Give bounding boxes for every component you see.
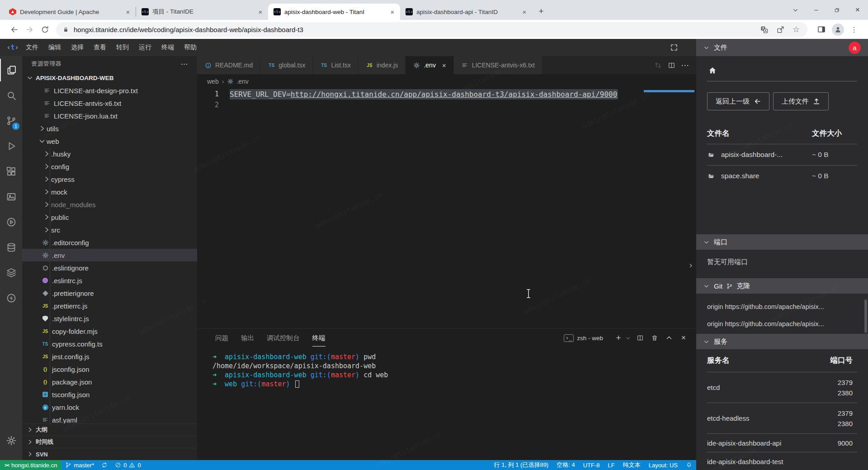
service-row-etcd-headless[interactable]: etcd-headless23792380 xyxy=(707,403,857,433)
tree-file-jest.config.js[interactable]: JSjest.config.js xyxy=(22,350,197,363)
menu-选择[interactable]: 选择 xyxy=(66,39,89,56)
split-editor-icon[interactable] xyxy=(665,59,677,71)
activity-source-control[interactable]: 1 xyxy=(0,109,22,132)
restore-button[interactable] xyxy=(826,0,847,20)
tree-file-copy-folder.mjs[interactable]: JScopy-folder.mjs xyxy=(22,325,197,337)
editor-tab-index.js[interactable]: JSindex.js xyxy=(359,56,406,74)
tree-folder-node_modules[interactable]: node_modules xyxy=(22,198,197,211)
tree-file-package.json[interactable]: {}package.json xyxy=(22,375,197,388)
close-tab-icon[interactable]: × xyxy=(124,8,132,16)
reload-icon[interactable] xyxy=(37,22,52,37)
tree-folder-cypress[interactable]: cypress xyxy=(22,173,197,185)
terminal-output[interactable]: ➜ apisix-dashboard-web git:(master) pwd/… xyxy=(197,347,696,389)
activity-layers[interactable] xyxy=(0,261,22,284)
indentation[interactable]: 空格: 4 xyxy=(552,460,579,470)
section-大纲[interactable]: 大纲 xyxy=(22,423,197,436)
close-tab-icon[interactable]: × xyxy=(520,8,528,16)
file-row-space.share[interactable]: space.share~ 0 B xyxy=(707,165,857,186)
menu-终端[interactable]: 终端 xyxy=(156,39,179,56)
tree-folder-utils[interactable]: utils xyxy=(22,122,197,135)
close-tab-icon[interactable]: × xyxy=(442,62,446,69)
menu-运行[interactable]: 运行 xyxy=(134,39,156,56)
tree-folder-config[interactable]: config xyxy=(22,160,197,173)
keyboard-layout[interactable]: Layout: US xyxy=(645,460,682,470)
code-line[interactable]: 2 xyxy=(197,100,696,110)
menu-编辑[interactable]: 编辑 xyxy=(43,39,66,56)
fullscreen-icon[interactable] xyxy=(670,43,678,52)
tree-folder-src[interactable]: src xyxy=(22,223,197,236)
editor-tab-List.tsx[interactable]: TSList.tsx xyxy=(313,56,359,74)
minimize-button[interactable] xyxy=(806,0,826,20)
tree-folder-public[interactable]: public xyxy=(22,211,197,223)
problems-indicator[interactable]: 0 0 xyxy=(111,460,144,470)
profile-avatar[interactable] xyxy=(830,22,845,37)
tree-file-.editorconfig[interactable]: .editorconfig xyxy=(22,236,197,249)
close-tab-icon[interactable]: × xyxy=(256,8,264,16)
browser-tab[interactable]: Development Guide | Apache× xyxy=(4,4,136,20)
tree-file-.env[interactable]: .env xyxy=(22,249,197,261)
browser-tab[interactable]: ‹t›项目 - TitanIDE× xyxy=(136,4,268,20)
tab-search-icon[interactable] xyxy=(785,0,806,20)
ports-section-header[interactable]: 端口 xyxy=(696,234,868,250)
back-icon[interactable] xyxy=(6,22,22,37)
activity-gallery[interactable] xyxy=(0,185,22,208)
activity-lightning[interactable] xyxy=(0,287,22,309)
activity-explorer[interactable] xyxy=(0,59,22,81)
service-row-ide-apisix-dashboard-test[interactable]: ide-apisix-dashboard-test xyxy=(707,452,857,470)
encoding[interactable]: UTF-8 xyxy=(579,460,604,470)
minimap[interactable] xyxy=(644,89,694,179)
tree-file-tsconfig.json[interactable]: tsconfig.json xyxy=(22,388,197,401)
new-tab-button[interactable]: + xyxy=(535,5,547,18)
user-avatar-badge[interactable]: a xyxy=(849,42,861,54)
more-actions-icon[interactable]: ⋯ xyxy=(679,59,691,71)
browser-tab[interactable]: ‹t›apisix-dashboard-api - TitanID× xyxy=(400,4,532,20)
tree-folder-.husky[interactable]: .husky xyxy=(22,147,197,160)
home-icon[interactable] xyxy=(708,66,717,75)
kill-terminal-icon[interactable] xyxy=(649,332,660,343)
panel-scrollbar[interactable] xyxy=(864,299,867,333)
editor-tab-LICENSE-antvis-x6.txt[interactable]: LICENSE-antvis-x6.txt xyxy=(454,56,542,74)
tree-file-jsconfig.json[interactable]: {}jsconfig.json xyxy=(22,363,197,375)
tree-file-.eslintignore[interactable]: .eslintignore xyxy=(22,261,197,274)
section-SVN[interactable]: SVN xyxy=(22,448,197,460)
tree-folder-web[interactable]: web xyxy=(22,135,197,147)
panel-tab-终端[interactable]: 终端 xyxy=(312,329,326,347)
editor-tab-.env[interactable]: .env× xyxy=(406,56,453,74)
tree-file-asf.yaml[interactable]: asf.yaml xyxy=(22,413,197,423)
menu-文件[interactable]: 文件 xyxy=(21,39,43,56)
menu-帮助[interactable]: 帮助 xyxy=(179,39,202,56)
panel-tab-输出[interactable]: 输出 xyxy=(241,329,254,347)
git-remote-row[interactable]: origin https://github.com/apache/apisix.… xyxy=(707,298,857,315)
cursor-position[interactable]: 行 1, 列 1 (已选择89) xyxy=(490,460,553,470)
panel-tab-调试控制台[interactable]: 调试控制台 xyxy=(267,329,300,347)
tree-file-.stylelintrc.js[interactable]: .stylelintrc.js xyxy=(22,312,197,325)
tree-file-.eslintrc.js[interactable]: .eslintrc.js xyxy=(22,274,197,287)
editor-tab-global.tsx[interactable]: TSglobal.tsx xyxy=(260,56,313,74)
tree-file-yarn.lock[interactable]: yyarn.lock xyxy=(22,401,197,413)
breadcrumb-file[interactable]: .env xyxy=(236,78,248,85)
git-remote-row[interactable]: origin https://github.com/apache/apisix.… xyxy=(707,315,857,332)
breadcrumb-folder[interactable]: web xyxy=(207,78,219,85)
panel-expand-chevron[interactable]: › xyxy=(687,259,694,271)
git-clone-label[interactable]: 克隆 xyxy=(736,282,750,290)
activity-settings[interactable] xyxy=(0,429,22,452)
tree-folder-mock[interactable]: mock xyxy=(22,185,197,198)
bookmark-star-icon[interactable]: ☆ xyxy=(793,25,801,34)
maximize-panel-icon[interactable] xyxy=(664,332,675,343)
activity-search[interactable] xyxy=(0,84,22,107)
terminal-dropdown-icon[interactable] xyxy=(625,332,631,343)
menu-查看[interactable]: 查看 xyxy=(89,39,111,56)
sync-button[interactable] xyxy=(98,460,111,470)
language-mode[interactable]: 纯文本 xyxy=(619,460,645,470)
close-window-button[interactable]: × xyxy=(847,0,868,20)
explorer-more-icon[interactable]: ⋯ xyxy=(181,60,188,68)
share-icon[interactable] xyxy=(776,25,785,34)
tree-file-.prettierrc.js[interactable]: JS.prettierrc.js xyxy=(22,299,197,312)
address-bar[interactable]: hongxi.titanide.cn/ide/web/coding/apisix… xyxy=(56,22,807,37)
compare-changes-icon[interactable] xyxy=(652,59,664,71)
translate-icon[interactable] xyxy=(760,25,769,34)
breadcrumb[interactable]: web › .env xyxy=(197,74,696,89)
browser-menu-icon[interactable]: ⋮ xyxy=(846,22,862,37)
tree-file-cypress.config.ts[interactable]: TScypress.config.ts xyxy=(22,337,197,350)
git-branch-indicator[interactable]: master* xyxy=(61,460,98,470)
